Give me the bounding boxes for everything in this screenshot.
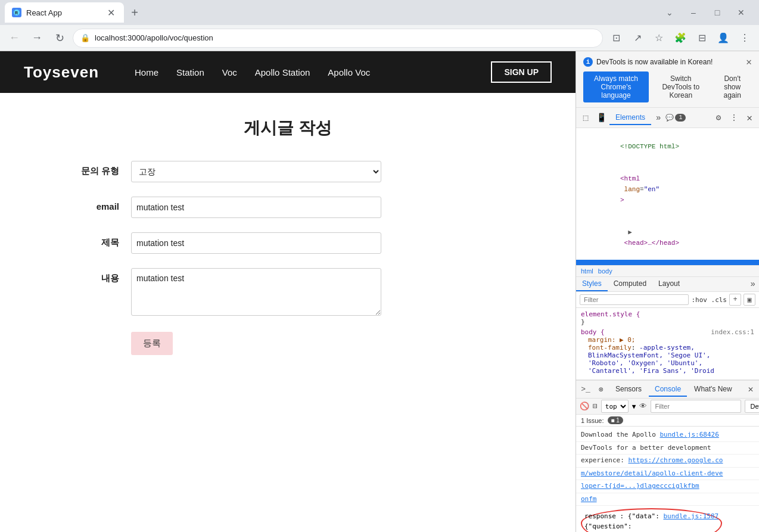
match-language-button[interactable]: Always match Chrome's language [583, 71, 649, 102]
add-style-rule-icon[interactable]: + [729, 294, 741, 306]
tab-title: React App [26, 8, 100, 17]
reload-button[interactable]: ↻ [50, 29, 69, 48]
share-icon[interactable]: ↗ [628, 29, 647, 48]
bookmark-star-icon[interactable]: ☆ [649, 29, 668, 48]
form-title: 게시글 작성 [36, 117, 540, 139]
type-label: 문의 유형 [36, 161, 119, 177]
content-textarea[interactable]: mutation test [131, 268, 381, 316]
styles-filter-input[interactable] [580, 294, 689, 305]
cast-icon[interactable]: ⊡ [606, 29, 626, 48]
bottom-panel-close-button[interactable]: ✕ [745, 384, 757, 396]
html-doctype[interactable]: <!DOCTYPE html> [576, 130, 759, 163]
banner-close-button[interactable]: ✕ [746, 56, 752, 68]
more-tabs-button[interactable]: » [652, 111, 664, 125]
subject-field-container [131, 232, 381, 254]
window-close-button[interactable]: ✕ [733, 4, 749, 21]
dont-show-again-button[interactable]: Don't show again [713, 71, 752, 102]
toggle-sidebar-icon[interactable]: ⊟ [593, 400, 598, 413]
banner-title: DevTools is now available in Korean! [596, 58, 713, 66]
issue-count-text: 1 Issue: [581, 417, 604, 424]
window-maximize-button[interactable]: □ [709, 4, 726, 21]
html-head[interactable]: ▶ <head>…</head> [576, 217, 759, 260]
top-level-select[interactable]: top [601, 400, 629, 413]
device-toolbar-icon[interactable]: 📱 [594, 111, 608, 125]
bundle-link-1[interactable]: bundle.js:68426 [660, 431, 718, 438]
nav-station[interactable]: Station [176, 67, 204, 77]
response-line-2: {"question": [584, 522, 718, 532]
window-tab-search-icon[interactable]: ⌄ [661, 4, 678, 21]
eye-icon[interactable]: 👁 [639, 400, 647, 413]
new-tab-button[interactable]: + [126, 4, 143, 21]
browser-toolbar: ← → ↻ 🔒 localhost:3000/apollo/voc/questi… [0, 25, 759, 51]
extensions-icon[interactable]: 🧩 [671, 29, 690, 48]
console-line-1: Download the Apollo bundle.js:68426 [576, 429, 759, 442]
html-body[interactable]: ▼ <body> == $0 [576, 260, 759, 265]
nav-apollo-voc[interactable]: Apollo Voc [328, 67, 370, 77]
chrome-link[interactable]: https://chrome.google.co [628, 456, 723, 464]
tab-console[interactable]: Console [649, 382, 687, 397]
forward-button[interactable]: → [27, 29, 46, 48]
breadcrumb-html[interactable]: html [581, 267, 593, 275]
tab-layout[interactable]: Layout [652, 277, 686, 291]
email-input[interactable] [131, 197, 381, 218]
toggle-style-icon[interactable]: ▣ [744, 294, 755, 306]
email-label: email [36, 197, 119, 211]
tab-close-button[interactable]: ✕ [105, 7, 117, 18]
nav-home[interactable]: Home [135, 67, 158, 77]
bottom-tab-actions: ✕ [745, 384, 757, 396]
response-container: response : {"data": bundle.js:1587 {"que… [581, 508, 754, 532]
breadcrumb-body[interactable]: body [598, 267, 612, 275]
back-button[interactable]: ← [5, 29, 24, 48]
tab-styles[interactable]: Styles [576, 277, 608, 291]
bundle-link-2[interactable]: bundle.js:1587 [663, 512, 718, 520]
submit-button[interactable]: 등록 [131, 332, 173, 355]
browser-tab[interactable]: R React App ✕ [5, 2, 124, 23]
chrome-link-3[interactable]: loper-t{id=...}dlagecc​ciglkfbm [581, 482, 699, 490]
more-actions-icon[interactable]: ⋮ [727, 111, 741, 125]
nav-apollo-station[interactable]: Apollo Station [255, 67, 310, 77]
tab-elements[interactable]: Elements [609, 111, 651, 125]
tab-whats-new[interactable]: What's New [688, 382, 738, 397]
window-controls: ⌄ – □ ✕ [661, 4, 754, 21]
more-style-tabs-button[interactable]: » [747, 277, 759, 291]
stop-recording-icon[interactable]: ⊗ [594, 382, 608, 397]
devtools-filter-bar: :hov .cls + ▣ [576, 292, 759, 308]
css-element-style: element.style { } [581, 310, 754, 326]
console-prompt-icon[interactable]: >_ [578, 382, 593, 397]
subject-label: 제목 [36, 232, 119, 248]
settings-icon[interactable]: ⚙ [711, 111, 726, 125]
console-line-6: onfm [576, 493, 759, 506]
profile-icon[interactable]: 👤 [714, 29, 733, 48]
type-select[interactable]: 고장 [131, 161, 381, 182]
devtools-banner: i DevTools is now available in Korean! ✕… [576, 51, 759, 108]
svg-text:R: R [15, 11, 18, 15]
split-screen-icon[interactable]: ⊟ [692, 29, 711, 48]
default-levels-select[interactable]: Default levels [745, 400, 759, 413]
signup-button[interactable]: SIGN UP [491, 61, 552, 83]
switch-devtools-button[interactable]: Switch DevTools to Korean [654, 71, 708, 102]
email-form-row: email [36, 197, 540, 218]
address-bar[interactable]: 🔒 localhost:3000/apollo/voc/question [73, 29, 603, 48]
console-output: Download the Apollo bundle.js:68426 DevT… [576, 427, 759, 532]
console-filter-input[interactable] [651, 400, 741, 413]
toolbar-icons: ⊡ ↗ ☆ 🧩 ⊟ 👤 ⋮ [606, 29, 754, 48]
devtools-close-button[interactable]: ✕ [742, 111, 757, 125]
inspect-element-icon[interactable]: ⬚ [578, 111, 593, 125]
window-minimize-button[interactable]: – [685, 4, 702, 21]
nav-links: Home Station Voc Apollo Station Apollo V… [135, 67, 467, 77]
site-logo: Toyseven [24, 63, 99, 82]
devtools-styles-panel: element.style { } body { index.css:1 mar… [576, 308, 759, 379]
subject-input[interactable] [131, 232, 381, 254]
clear-console-icon[interactable]: 🚫 [580, 400, 589, 413]
tab-computed[interactable]: Computed [608, 277, 652, 291]
chrome-link-4[interactable]: onfm [581, 495, 597, 503]
more-options-icon[interactable]: ⋮ [735, 29, 754, 48]
issue-bar: 1 Issue: ■ 1 [576, 415, 759, 427]
tab-sensors[interactable]: Sensors [609, 382, 648, 397]
nav-voc[interactable]: Voc [222, 67, 237, 77]
devtools-tab-actions: ⚙ ⋮ ✕ [711, 111, 757, 125]
html-root[interactable]: <html lang="en" > [576, 163, 759, 217]
devtools-breadcrumb: html body [576, 265, 759, 277]
pseudo-states-button[interactable]: :hov .cls [691, 296, 727, 304]
chrome-link-2[interactable]: m/webstore/detail/apollo-client-deve [581, 469, 723, 477]
